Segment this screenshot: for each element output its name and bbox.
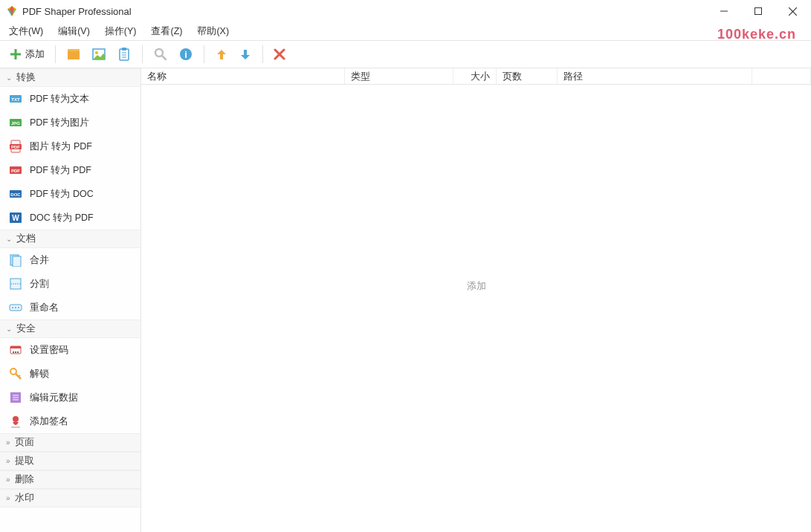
item-label: 设置密码 bbox=[30, 344, 68, 357]
move-up-button[interactable] bbox=[212, 45, 231, 64]
col-name[interactable]: 名称 bbox=[141, 68, 345, 84]
menu-view[interactable]: 查看(Z) bbox=[145, 24, 188, 39]
svg-text:DOC: DOC bbox=[10, 192, 21, 197]
close-button[interactable] bbox=[775, 0, 810, 22]
item-label: PDF 转为文本 bbox=[30, 93, 89, 106]
col-path[interactable]: 路径 bbox=[558, 68, 752, 84]
section-extract[interactable]: »提取 bbox=[0, 452, 140, 470]
remove-button[interactable] bbox=[271, 45, 288, 63]
jpg-icon: JPG bbox=[9, 116, 22, 129]
rename-icon bbox=[9, 301, 22, 314]
sidebar-item-sign[interactable]: 添加签名 bbox=[0, 409, 140, 433]
chevron-down-icon: ⌄ bbox=[6, 74, 12, 82]
info-button[interactable]: i bbox=[175, 44, 196, 65]
col-extra bbox=[752, 68, 811, 84]
col-size[interactable]: 大小 bbox=[453, 68, 497, 84]
menu-action[interactable]: 操作(Y) bbox=[99, 24, 143, 39]
svg-point-44 bbox=[13, 351, 14, 353]
add-button[interactable]: 添加 bbox=[6, 45, 48, 64]
menu-file[interactable]: 文件(W) bbox=[3, 24, 49, 39]
pdf-icon: PDF bbox=[9, 163, 22, 177]
section-page[interactable]: »页面 bbox=[0, 433, 140, 452]
menu-help[interactable]: 帮助(X) bbox=[191, 24, 235, 39]
col-type[interactable]: 类型 bbox=[345, 68, 453, 84]
separator bbox=[142, 45, 143, 63]
paste-button[interactable] bbox=[114, 44, 135, 65]
plus-icon bbox=[9, 48, 22, 61]
chevron-down-icon: ⌄ bbox=[6, 325, 12, 333]
clipboard-icon bbox=[117, 47, 132, 62]
doc-icon: DOC bbox=[9, 187, 22, 201]
minimize-button[interactable] bbox=[707, 0, 741, 22]
signature-icon bbox=[9, 415, 22, 428]
folder-icon bbox=[66, 47, 81, 62]
svg-point-45 bbox=[15, 351, 16, 353]
section-watermark[interactable]: »水印 bbox=[0, 489, 140, 507]
image-button[interactable] bbox=[88, 44, 109, 65]
section-document[interactable]: ⌄文档 bbox=[0, 230, 140, 248]
section-title: 提取 bbox=[15, 455, 34, 467]
item-label: PDF 转为 PDF bbox=[30, 164, 91, 177]
content-area: 名称 类型 大小 页数 路径 添加 bbox=[141, 68, 811, 532]
svg-point-47 bbox=[10, 369, 16, 374]
svg-line-16 bbox=[162, 56, 166, 59]
sidebar-item-unlock[interactable]: 解锁 bbox=[0, 362, 140, 386]
svg-text:W: W bbox=[12, 214, 19, 222]
svg-rect-1 bbox=[755, 8, 762, 15]
separator bbox=[55, 45, 56, 63]
maximize-button[interactable] bbox=[741, 0, 775, 22]
sidebar-item-metadata[interactable]: 编辑元数据 bbox=[0, 386, 140, 409]
sidebar-item-doc-to-pdf[interactable]: WDOC 转为 PDF bbox=[0, 206, 140, 230]
chevron-right-icon: » bbox=[6, 438, 10, 447]
section-convert[interactable]: ⌄转换 bbox=[0, 68, 140, 87]
svg-rect-11 bbox=[122, 48, 126, 51]
item-label: 分割 bbox=[30, 278, 49, 291]
search-button[interactable] bbox=[150, 44, 171, 65]
svg-text:TXT: TXT bbox=[11, 97, 20, 102]
menubar: 文件(W) 编辑(V) 操作(Y) 查看(Z) 帮助(X) bbox=[0, 22, 811, 40]
arrow-up-icon bbox=[215, 48, 228, 61]
sidebar-item-pdf-to-image[interactable]: JPGPDF 转为图片 bbox=[0, 111, 140, 134]
drop-placeholder: 添加 bbox=[467, 279, 486, 293]
key-icon bbox=[9, 367, 22, 380]
separator bbox=[204, 45, 204, 63]
sidebar-item-pdf-to-doc[interactable]: DOCPDF 转为 DOC bbox=[0, 182, 140, 206]
split-icon bbox=[9, 277, 22, 291]
menu-edit[interactable]: 编辑(V) bbox=[52, 24, 96, 39]
section-title: 转换 bbox=[16, 71, 36, 84]
svg-point-9 bbox=[95, 51, 98, 54]
col-pages[interactable]: 页数 bbox=[497, 68, 558, 84]
chevron-right-icon: » bbox=[6, 457, 10, 465]
chevron-right-icon: » bbox=[6, 494, 10, 502]
svg-point-39 bbox=[12, 307, 13, 308]
x-icon bbox=[274, 48, 285, 60]
section-title: 页面 bbox=[15, 436, 34, 449]
image-icon bbox=[91, 47, 106, 62]
sidebar-item-split[interactable]: 分割 bbox=[0, 272, 140, 296]
section-security[interactable]: ⌄安全 bbox=[0, 319, 140, 338]
section-title: 文档 bbox=[16, 233, 36, 245]
sidebar-item-pdf-to-pdf[interactable]: PDFPDF 转为 PDF bbox=[0, 158, 140, 182]
svg-rect-35 bbox=[13, 256, 21, 267]
search-icon bbox=[153, 47, 168, 62]
svg-point-40 bbox=[15, 307, 16, 308]
item-label: 合并 bbox=[30, 254, 49, 267]
titlebar: PDF Shaper Professional bbox=[0, 0, 811, 22]
metadata-icon bbox=[9, 391, 22, 404]
file-list-area[interactable]: 添加 bbox=[141, 85, 811, 532]
folder-button[interactable] bbox=[63, 44, 84, 65]
password-icon bbox=[9, 343, 22, 357]
sidebar-item-image-to-pdf[interactable]: PDF图片 转为 PDF bbox=[0, 134, 140, 158]
section-delete[interactable]: »删除 bbox=[0, 470, 140, 489]
sidebar-item-rename[interactable]: 重命名 bbox=[0, 296, 140, 319]
move-down-button[interactable] bbox=[236, 45, 255, 64]
item-label: 解锁 bbox=[30, 368, 49, 380]
sidebar-item-pdf-to-text[interactable]: TXTPDF 转为文本 bbox=[0, 87, 140, 111]
info-icon: i bbox=[178, 47, 193, 62]
sidebar-item-merge[interactable]: 合并 bbox=[0, 248, 140, 272]
svg-point-54 bbox=[13, 416, 19, 422]
sidebar-item-set-password[interactable]: 设置密码 bbox=[0, 338, 140, 362]
svg-point-46 bbox=[17, 351, 19, 353]
svg-text:JPG: JPG bbox=[11, 121, 20, 126]
item-label: 重命名 bbox=[30, 302, 59, 314]
